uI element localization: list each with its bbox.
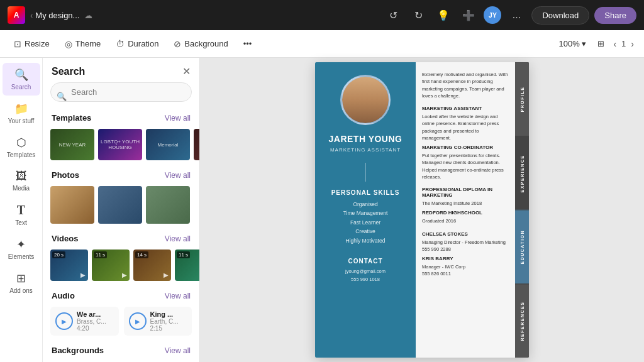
resume-contact-section: CONTACT jyoung@gmail.com 555 990 1018 xyxy=(323,258,408,284)
video-thumb-3[interactable]: 14 s ▶ xyxy=(133,250,171,281)
photo-thumb-3[interactable] xyxy=(146,186,190,224)
audio-info-1: We ar... Brass, C... 4:20 xyxy=(77,310,106,332)
resume-ref-name-2: Kris Barry xyxy=(422,256,509,261)
share-button[interactable]: Share xyxy=(594,7,636,24)
template-thumb-1[interactable]: NEW YEAR xyxy=(50,129,94,160)
text-icon: T xyxy=(17,203,25,217)
videos-section-header: Videos View all xyxy=(43,230,199,247)
sidebar-item-templates[interactable]: ⬡ Templates xyxy=(3,131,40,163)
sidebar-item-elements[interactable]: ✦ Elements xyxy=(3,233,40,265)
audio-view-all[interactable]: View all xyxy=(165,292,191,300)
audio-item-1[interactable]: ▶ We ar... Brass, C... 4:20 xyxy=(50,307,119,336)
prev-page-button[interactable]: ‹ xyxy=(611,38,619,50)
canvas-area[interactable]: JARETH YOUNG MARKETING ASSISTANT PERSONA… xyxy=(200,58,644,362)
duration-button[interactable]: ⏱ Duration xyxy=(109,36,165,52)
avatar[interactable]: JY xyxy=(484,6,501,24)
elements-icon: ✦ xyxy=(16,238,26,251)
download-button[interactable]: Download xyxy=(531,6,589,25)
breadcrumb: ‹ My design... ☁ xyxy=(30,11,92,20)
background-button[interactable]: ⊘ Background xyxy=(167,36,234,52)
resume-tabs: PROFILE EXPERIENCE EDUCATION REFERENCES xyxy=(515,62,529,358)
resize-button[interactable]: ⊡ Resize xyxy=(8,36,56,52)
resume-edu-heading-1: PROFESSIONAL DIPLOMA IN MARKETING xyxy=(422,187,509,198)
resume-skills-section: PERSONAL SKILLS Organised Time Managemen… xyxy=(323,189,408,245)
photo-thumb-1[interactable] xyxy=(50,186,94,224)
backgrounds-section-title: Backgrounds xyxy=(52,346,104,355)
audio-section-header: Audio View all xyxy=(43,287,199,304)
backgrounds-view-all[interactable]: View all xyxy=(165,346,191,355)
search-panel-header: Search ✕ xyxy=(43,58,199,82)
background-icon: ⊘ xyxy=(174,39,181,49)
sidebar-item-media[interactable]: 🖼 Media xyxy=(3,165,40,197)
templates-section-header: Templates View all xyxy=(43,109,199,126)
video-thumb-4[interactable]: 11 s ▶ xyxy=(175,250,200,281)
main-layout: 🔍 Search 📁 Your stuff ⬡ Templates 🖼 Medi… xyxy=(0,58,644,362)
sidebar-item-addons[interactable]: ⊞ Add ons xyxy=(3,266,40,299)
resume-ref-phone-1: 555 990 2288 xyxy=(422,246,509,253)
resume-ref-role-2: Manager - IWC Corp xyxy=(422,263,509,270)
resume-card: JARETH YOUNG MARKETING ASSISTANT PERSONA… xyxy=(315,62,529,358)
audio-play-btn-1[interactable]: ▶ xyxy=(55,312,73,330)
video-thumb-1[interactable]: 20 s ▶ xyxy=(50,250,88,281)
search-icon: 🔍 xyxy=(14,68,28,82)
theme-button[interactable]: ◎ Theme xyxy=(58,36,107,52)
template-thumb-3[interactable]: Memorial xyxy=(146,129,190,160)
more-button[interactable]: ... xyxy=(506,5,526,25)
templates-grid: NEW YEAR LGBTQ+ YOUTH HOUSING Memorial xyxy=(43,126,199,167)
audio-title-1: We ar... xyxy=(77,310,106,318)
backgrounds-section-header: Backgrounds View all xyxy=(43,342,199,359)
sidebar-item-text[interactable]: T Text xyxy=(3,198,40,231)
resume-content: Extremely motivated and organised. With … xyxy=(416,62,515,358)
undo-button[interactable]: ↺ xyxy=(383,5,403,25)
search-input[interactable] xyxy=(50,82,192,102)
resume-email: jyoung@gmail.com xyxy=(323,268,408,276)
resume-exp-heading-2: MARKETING CO-ORDINATOR xyxy=(422,145,509,150)
audio-duration-2: 2:15 xyxy=(150,325,179,332)
resume-job-title: MARKETING ASSISTANT xyxy=(330,147,401,153)
resume-skill-1: Organised xyxy=(323,200,408,209)
resume-skills-title: PERSONAL SKILLS xyxy=(323,189,408,196)
templates-view-all[interactable]: View all xyxy=(165,114,191,123)
video-play-2[interactable]: ▶ xyxy=(122,272,127,278)
video-play-1[interactable]: ▶ xyxy=(80,272,86,278)
next-page-button[interactable]: › xyxy=(628,38,636,50)
audio-section-title: Audio xyxy=(52,291,75,300)
resume-tab-references: REFERENCES xyxy=(515,284,529,358)
resume-phone: 555 990 1018 xyxy=(323,276,408,284)
redo-button[interactable]: ↻ xyxy=(408,5,428,25)
search-input-wrap: 🔍 xyxy=(43,82,199,109)
zoom-control: 100% ▾ ⊞ xyxy=(555,37,609,50)
resume-ref-name-1: Chelsea Stokes xyxy=(422,231,509,237)
more-tools-button[interactable]: ••• xyxy=(237,36,258,52)
template-thumb-2[interactable]: LGBTQ+ YOUTH HOUSING xyxy=(98,129,142,160)
photos-section-header: Photos View all xyxy=(43,167,199,184)
videos-view-all[interactable]: View all xyxy=(165,234,191,243)
audio-duration-1: 4:20 xyxy=(77,325,106,332)
resume-edu-sub-1: The Marketing Institute 2018 xyxy=(422,200,509,207)
audio-list: ▶ We ar... Brass, C... 4:20 ▶ King ... E… xyxy=(43,304,199,342)
audio-play-btn-2[interactable]: ▶ xyxy=(129,312,147,330)
zoom-level-button[interactable]: 100% ▾ xyxy=(555,37,591,50)
back-chevron[interactable]: ‹ xyxy=(30,11,33,20)
lightbulb-button[interactable]: 💡 xyxy=(433,5,453,25)
resume-left-panel: JARETH YOUNG MARKETING ASSISTANT PERSONA… xyxy=(315,62,416,358)
audio-item-2[interactable]: ▶ King ... Earth, C... 2:15 xyxy=(124,307,192,336)
video-duration-3: 14 s xyxy=(135,251,148,258)
yourstuff-icon: 📁 xyxy=(14,102,28,116)
resume-divider xyxy=(365,163,366,182)
template-thumb-4[interactable] xyxy=(194,129,199,160)
sidebar-item-search[interactable]: 🔍 Search xyxy=(3,63,40,96)
video-play-3[interactable]: ▶ xyxy=(164,272,169,278)
video-thumb-2[interactable]: 11 s ▶ xyxy=(92,250,130,281)
filename-label[interactable]: My design... xyxy=(35,11,79,20)
photo-thumb-2[interactable] xyxy=(98,186,142,224)
photos-view-all[interactable]: View all xyxy=(165,171,191,180)
sidebar-item-yourstuff[interactable]: 📁 Your stuff xyxy=(3,97,40,129)
resume-tab-experience: EXPERIENCE xyxy=(515,136,529,211)
add-user-button[interactable]: ➕ xyxy=(458,5,479,25)
resume-right-panel: Extremely motivated and organised. With … xyxy=(416,62,529,358)
audio-sub-2: Earth, C... xyxy=(150,318,179,325)
fit-page-button[interactable]: ⊞ xyxy=(594,37,608,50)
resume-contact-title: CONTACT xyxy=(323,258,408,265)
search-close-button[interactable]: ✕ xyxy=(182,65,191,77)
